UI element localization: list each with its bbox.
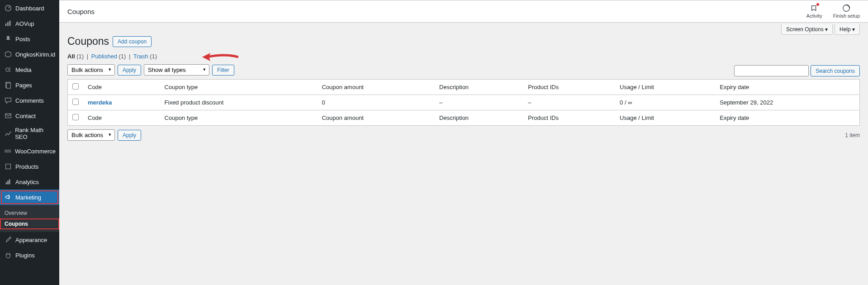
- row-checkbox[interactable]: [72, 99, 79, 105]
- filter-trash-count: (1): [150, 53, 157, 60]
- sidebar-label: WooCommerce: [15, 148, 56, 155]
- apply-button-top[interactable]: Apply: [118, 65, 141, 76]
- svg-rect-11: [7, 180, 9, 184]
- bulk-actions-select-bottom[interactable]: Bulk actions: [67, 129, 115, 141]
- sidebar-label: Appearance: [15, 237, 47, 243]
- sidebar-item-dashboard[interactable]: Dashboard: [0, 0, 59, 16]
- content-area: Screen Options ▾ Help ▾ Coupons Add coup…: [59, 23, 868, 149]
- arrow-annotation: [202, 52, 238, 62]
- sidebar-item-marketing[interactable]: Marketing: [0, 190, 59, 205]
- svg-point-4: [6, 68, 9, 71]
- type-filter-select[interactable]: Show all types: [144, 64, 209, 76]
- sidebar-item-aovup[interactable]: AOVup: [0, 16, 59, 31]
- setup-icon: [842, 4, 850, 12]
- col-expiry[interactable]: Expiry date: [715, 110, 859, 126]
- sidebar-item-analytics[interactable]: Analytics: [0, 174, 59, 190]
- megaphone-icon: [4, 193, 13, 202]
- status-filter-links: All (1) | Published (1) | Trash (1): [67, 53, 860, 60]
- chart-icon: [4, 19, 13, 28]
- filter-published-count: (1): [119, 53, 126, 60]
- sidebar-submenu: Overview Coupons: [0, 205, 59, 232]
- screen-options-row: Screen Options ▾ Help ▾: [781, 24, 860, 35]
- col-amount[interactable]: Coupon amount: [317, 110, 435, 126]
- cell-desc: –: [435, 95, 523, 110]
- seo-icon: [4, 129, 12, 138]
- sidebar-item-woocommerce[interactable]: WooCommerce: [0, 143, 59, 159]
- plug-icon: [4, 251, 13, 260]
- help-tab[interactable]: Help ▾: [835, 24, 860, 35]
- sidebar-item-plugins[interactable]: Plugins: [0, 247, 59, 263]
- col-usage[interactable]: Usage / Limit: [615, 80, 715, 95]
- cell-prod: –: [523, 95, 615, 110]
- filter-trash-link[interactable]: Trash: [133, 53, 148, 60]
- product-icon: [4, 162, 13, 171]
- toolbar-left-bottom: Bulk actions Apply: [67, 129, 141, 141]
- sidebar-label: Marketing: [15, 194, 41, 201]
- coupons-table: Code Coupon type Coupon amount Descripti…: [67, 79, 860, 126]
- topbar-title: Coupons: [67, 8, 95, 15]
- select-all-checkbox[interactable]: [72, 83, 79, 90]
- svg-rect-3: [9, 21, 11, 26]
- bulk-actions-select[interactable]: Bulk actions: [67, 64, 115, 76]
- svg-rect-8: [5, 149, 11, 152]
- sidebar-item-comments[interactable]: Comments: [0, 93, 59, 108]
- sidebar-label: Comments: [15, 97, 44, 104]
- filter-all-label: All: [67, 53, 75, 60]
- sidebar-item-ongkoskirim[interactable]: OngkosKirim.id: [0, 47, 59, 62]
- sidebar-label: Dashboard: [15, 5, 44, 12]
- page-icon: [4, 81, 13, 90]
- coupon-code-link[interactable]: merdeka: [88, 99, 112, 106]
- col-type[interactable]: Coupon type: [160, 110, 318, 126]
- brush-icon: [4, 235, 13, 244]
- search-input[interactable]: [734, 65, 809, 76]
- sidebar-label: Rank Math SEO: [15, 127, 56, 140]
- col-prod[interactable]: Product IDs: [523, 80, 615, 95]
- svg-rect-2: [7, 22, 9, 26]
- submenu-overview[interactable]: Overview: [0, 208, 59, 218]
- col-type[interactable]: Coupon type: [160, 80, 318, 95]
- submenu-coupons[interactable]: Coupons: [0, 218, 59, 229]
- sidebar-item-pages[interactable]: Pages: [0, 77, 59, 93]
- finish-setup-button[interactable]: Finish setup: [833, 4, 860, 19]
- col-desc[interactable]: Description: [435, 110, 523, 126]
- sidebar-item-appearance[interactable]: Appearance: [0, 232, 59, 247]
- item-count-bottom: 1 item: [845, 132, 860, 138]
- apply-button-bottom[interactable]: Apply: [118, 130, 141, 141]
- sidebar-item-products[interactable]: Products: [0, 159, 59, 174]
- toolbar-left: Bulk actions Apply Show all types Filter: [67, 64, 234, 76]
- col-desc[interactable]: Description: [435, 80, 523, 95]
- sidebar-item-posts[interactable]: Posts: [0, 31, 59, 47]
- sidebar-item-contact[interactable]: Contact: [0, 108, 59, 124]
- col-code[interactable]: Code: [83, 80, 160, 95]
- sidebar-item-media[interactable]: Media: [0, 62, 59, 77]
- select-all-checkbox-bottom[interactable]: [72, 114, 79, 120]
- topbar: Coupons Activity Finish setup: [59, 0, 868, 23]
- search-row: Search coupons: [734, 65, 860, 76]
- mail-icon: [4, 111, 13, 120]
- activity-label: Activity: [806, 13, 822, 19]
- col-expiry[interactable]: Expiry date: [715, 80, 859, 95]
- sidebar-item-rankmath[interactable]: Rank Math SEO: [0, 124, 59, 143]
- col-prod[interactable]: Product IDs: [523, 110, 615, 126]
- filter-button[interactable]: Filter: [212, 65, 234, 76]
- activity-button[interactable]: Activity: [806, 4, 822, 19]
- sidebar-label: Contact: [15, 113, 36, 119]
- search-button[interactable]: Search coupons: [811, 65, 860, 76]
- sidebar-label: Analytics: [15, 179, 39, 185]
- table-header-row: Code Coupon type Coupon amount Descripti…: [68, 80, 860, 95]
- col-amount[interactable]: Coupon amount: [317, 80, 435, 95]
- page-title: Coupons: [67, 35, 109, 48]
- cell-expiry: September 29, 2022: [715, 95, 859, 110]
- add-coupon-button[interactable]: Add coupon: [113, 36, 152, 47]
- comment-icon: [4, 96, 13, 105]
- filter-published-link[interactable]: Published: [91, 53, 117, 60]
- col-usage[interactable]: Usage / Limit: [615, 110, 715, 126]
- col-code[interactable]: Code: [83, 110, 160, 126]
- screen-options-tab[interactable]: Screen Options ▾: [781, 24, 833, 35]
- filter-all-count: (1): [76, 53, 84, 60]
- sidebar-label: OngkosKirim.id: [15, 51, 55, 58]
- sidebar-label: AOVup: [15, 20, 34, 27]
- analytics-icon: [4, 177, 13, 186]
- sidebar-label: Pages: [15, 82, 32, 89]
- bottom-toolbar: Bulk actions Apply 1 item: [67, 129, 860, 141]
